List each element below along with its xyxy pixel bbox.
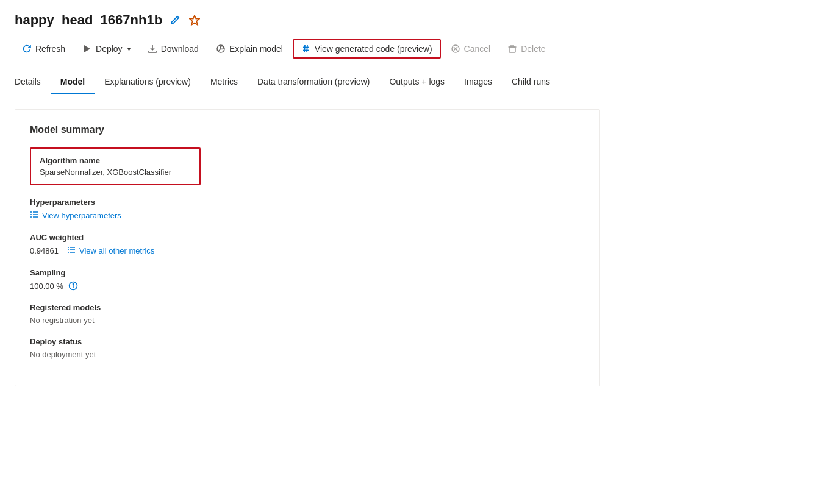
sampling-section: Sampling 100.00 % [30, 268, 585, 291]
refresh-button[interactable]: Refresh [15, 40, 73, 57]
deploy-status-section: Deploy status No deployment yet [30, 337, 585, 359]
registered-models-value: No registration yet [30, 316, 585, 325]
delete-icon [507, 44, 517, 54]
download-button[interactable]: Download [140, 40, 206, 57]
auc-value: 0.94861 [30, 246, 59, 255]
model-summary-title: Model summary [30, 124, 585, 135]
page-title: happy_head_1667nh1b [15, 12, 162, 28]
auc-label: AUC weighted [30, 233, 585, 242]
deploy-button[interactable]: Deploy ▾ [75, 40, 138, 57]
chevron-down-icon: ▾ [127, 46, 131, 52]
download-label: Download [161, 44, 199, 54]
hyperparameters-label: Hyperparameters [30, 197, 585, 207]
algorithm-name-label: Algorithm name [40, 156, 191, 165]
registered-models-section: Registered models No registration yet [30, 303, 585, 325]
delete-label: Delete [521, 44, 545, 54]
svg-marker-1 [84, 45, 90, 52]
toolbar: Refresh Deploy ▾ Download [15, 39, 815, 59]
cancel-button[interactable]: Cancel [443, 40, 498, 57]
view-other-metrics-link[interactable]: View all other metrics [67, 246, 154, 256]
sampling-value: 100.00 % [30, 282, 63, 291]
model-summary-card: Model summary Algorithm name SparseNorma… [15, 109, 600, 386]
registered-models-label: Registered models [30, 303, 585, 312]
svg-rect-12 [509, 47, 515, 52]
deploy-status-label: Deploy status [30, 337, 585, 346]
svg-line-4 [218, 49, 221, 51]
cancel-label: Cancel [464, 44, 491, 54]
view-generated-code-label: View generated code (preview) [315, 44, 432, 54]
download-icon [148, 44, 157, 54]
view-hyperparameters-label: View hyperparameters [42, 211, 121, 220]
svg-point-3 [220, 46, 223, 49]
tab-outputs-logs[interactable]: Outputs + logs [379, 71, 454, 94]
tab-bar: Details Model Explanations (preview) Met… [15, 71, 815, 94]
tab-details[interactable]: Details [15, 71, 51, 94]
svg-line-5 [304, 45, 305, 52]
explain-model-icon [216, 44, 226, 54]
deploy-icon [82, 44, 92, 54]
delete-button[interactable]: Delete [500, 40, 553, 57]
tab-images[interactable]: Images [454, 71, 502, 94]
view-other-metrics-label: View all other metrics [79, 246, 154, 255]
auc-metric-row: 0.94861 View all other metrics [30, 246, 585, 256]
tab-model[interactable]: Model [51, 71, 95, 94]
hyperparameters-section: Hyperparameters View hyperparameters [30, 197, 585, 221]
deploy-label: Deploy [96, 44, 123, 54]
list-icon-2 [67, 246, 76, 256]
svg-marker-0 [190, 15, 199, 25]
explain-model-button[interactable]: Explain model [209, 40, 290, 57]
hash-icon [301, 44, 311, 54]
edit-button[interactable] [168, 13, 182, 27]
tab-child-runs[interactable]: Child runs [502, 71, 560, 94]
sampling-label: Sampling [30, 268, 585, 277]
list-icon [30, 210, 38, 221]
deploy-status-value: No deployment yet [30, 350, 585, 359]
svg-line-6 [307, 45, 307, 52]
svg-point-31 [73, 283, 73, 284]
sampling-row: 100.00 % [30, 281, 585, 291]
view-hyperparameters-link[interactable]: View hyperparameters [30, 210, 121, 221]
auc-section: AUC weighted 0.94861 View al [30, 233, 585, 256]
refresh-label: Refresh [35, 44, 65, 54]
title-row: happy_head_1667nh1b [15, 12, 815, 28]
algorithm-name-value: SparseNormalizer, XGBoostClassifier [40, 168, 191, 177]
tab-data-transformation[interactable]: Data transformation (preview) [248, 71, 379, 94]
cancel-icon [451, 44, 460, 54]
tab-explanations[interactable]: Explanations (preview) [95, 71, 201, 94]
explain-model-label: Explain model [229, 44, 283, 54]
favorite-button[interactable] [188, 13, 201, 27]
refresh-icon [22, 44, 32, 54]
algorithm-name-box: Algorithm name SparseNormalizer, XGBoost… [30, 147, 201, 185]
view-generated-code-button[interactable]: View generated code (preview) [293, 39, 441, 59]
tab-metrics[interactable]: Metrics [201, 71, 248, 94]
info-icon[interactable] [68, 281, 78, 291]
